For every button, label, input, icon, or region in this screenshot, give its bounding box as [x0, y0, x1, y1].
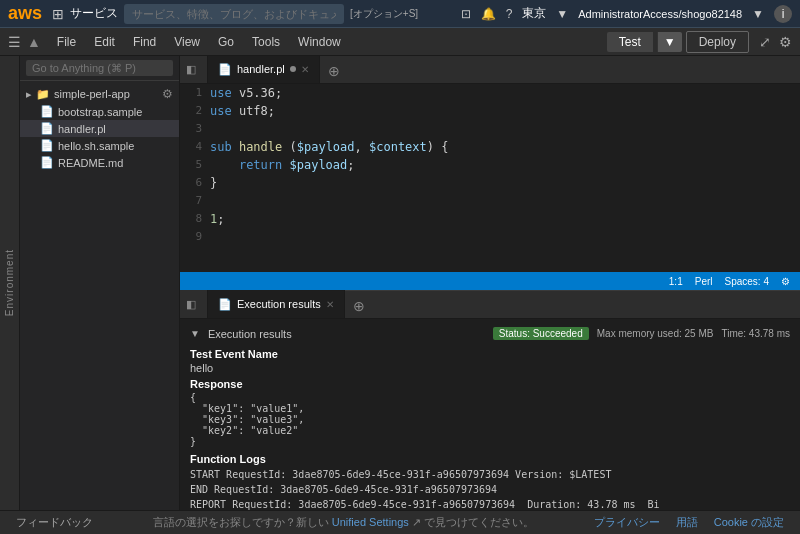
- user-arrow-icon: ▼: [752, 7, 764, 21]
- root-folder-label: simple-perl-app: [54, 88, 130, 100]
- exec-panel-icon: ◧: [180, 290, 208, 318]
- tree-root[interactable]: ▸ 📁 simple-perl-app ⚙: [20, 85, 179, 103]
- test-event-value: hello: [190, 362, 790, 374]
- test-dropdown-button[interactable]: ▼: [657, 32, 682, 52]
- file-icon-hello: 📄: [40, 139, 54, 152]
- code-line: 8 1;: [180, 210, 800, 228]
- hamburger-icon[interactable]: ☰: [8, 34, 21, 50]
- menu-window[interactable]: Window: [290, 33, 349, 51]
- feedback-label[interactable]: フィードバック: [16, 515, 93, 530]
- log-line: END RequestId: 3dae8705-6de9-45ce-931f-a…: [190, 482, 790, 497]
- response-content: { "key1": "value1", "key3": "value3", "k…: [190, 392, 790, 447]
- menu-find[interactable]: Find: [125, 33, 164, 51]
- file-bootstrap[interactable]: 📄 bootstrap.sample: [20, 103, 179, 120]
- spaces-label: Spaces: 4: [725, 276, 769, 287]
- region-selector[interactable]: 東京: [522, 5, 546, 22]
- info-icon[interactable]: i: [774, 5, 792, 23]
- tree-settings-icon[interactable]: ⚙: [162, 87, 173, 101]
- privacy-link[interactable]: プライバシー: [594, 515, 660, 530]
- code-line: 4 sub handle ($payload, $context) {: [180, 138, 800, 156]
- language-label: Perl: [695, 276, 713, 287]
- settings-text: 言語の選択をお探しですか？新しい: [153, 516, 329, 528]
- search-shortcut: [オプション+S]: [350, 7, 418, 21]
- settings-notice: 言語の選択をお探しですか？新しい Unified Settings ↗ で見つけ…: [153, 515, 534, 530]
- unified-settings-link[interactable]: Unified Settings: [332, 516, 409, 528]
- response-line: "key3": "value3",: [190, 414, 790, 425]
- region-arrow-icon: ▼: [556, 7, 568, 21]
- editor-tabs: ◧ 📄 handler.pl ✕ ⊕: [180, 56, 800, 84]
- log-line: START RequestId: 3dae8705-6de9-45ce-931f…: [190, 467, 790, 482]
- aws-logo: aws: [8, 3, 42, 24]
- exec-tab-add-button[interactable]: ⊕: [345, 294, 373, 318]
- folder-icon: 📁: [36, 88, 50, 101]
- tab-label: handler.pl: [237, 63, 285, 75]
- menu-tools[interactable]: Tools: [244, 33, 288, 51]
- menu-file[interactable]: File: [49, 33, 84, 51]
- tab-file-icon: 📄: [218, 63, 232, 76]
- grid-icon[interactable]: ⊞: [52, 6, 64, 22]
- link-external-icon: ↗: [412, 516, 421, 528]
- file-name-handler: handler.pl: [58, 123, 106, 135]
- exec-panel-tab-icon: ◧: [186, 298, 196, 311]
- menu-view[interactable]: View: [166, 33, 208, 51]
- tab-handler[interactable]: 📄 handler.pl ✕: [208, 56, 320, 83]
- aws-search-input[interactable]: [124, 4, 344, 24]
- deploy-button[interactable]: Deploy: [686, 31, 749, 53]
- tab-add-button[interactable]: ⊕: [320, 59, 348, 83]
- code-line: 9: [180, 228, 800, 246]
- cookie-link[interactable]: Cookie の設定: [714, 515, 784, 530]
- menu-bar: ☰ ▲ File Edit Find View Go Tools Window …: [0, 28, 800, 56]
- time-info: Time: 43.78 ms: [721, 328, 790, 339]
- arrow-up-icon[interactable]: ▲: [27, 34, 41, 50]
- environment-label: Environment: [4, 243, 15, 322]
- function-logs-label: Function Logs: [190, 453, 790, 465]
- settings-icon[interactable]: ⚙: [779, 34, 792, 50]
- tab-panel-icon: ◧: [186, 63, 196, 76]
- services-label[interactable]: サービス: [70, 5, 118, 22]
- response-line: {: [190, 392, 790, 403]
- menu-go[interactable]: Go: [210, 33, 242, 51]
- settings-suffix: で見つけてください。: [424, 516, 534, 528]
- ide-container: ☰ ▲ File Edit Find View Go Tools Window …: [0, 28, 800, 534]
- exec-tab-label: Execution results: [237, 298, 321, 310]
- file-hello[interactable]: 📄 hello.sh.sample: [20, 137, 179, 154]
- tab-close-icon[interactable]: ✕: [301, 64, 309, 75]
- file-name-readme: README.md: [58, 157, 123, 169]
- settings-gear-icon[interactable]: ⚙: [781, 276, 790, 287]
- test-button[interactable]: Test: [607, 32, 653, 52]
- fullscreen-icon[interactable]: ⤢: [759, 34, 771, 50]
- environment-tab[interactable]: Environment: [0, 56, 20, 510]
- terms-link[interactable]: 用語: [676, 515, 698, 530]
- search-box: [20, 56, 179, 81]
- exec-toggle[interactable]: ▼: [190, 328, 200, 339]
- bell-icon[interactable]: 🔔: [481, 7, 496, 21]
- exec-tab-close-icon[interactable]: ✕: [326, 299, 334, 310]
- file-handler[interactable]: 📄 handler.pl: [20, 120, 179, 137]
- tab-dot: [290, 66, 296, 72]
- clipboard-icon[interactable]: ⊡: [461, 7, 471, 21]
- help-icon[interactable]: ?: [506, 7, 513, 21]
- code-editor[interactable]: 1 use v5.36; 2 use utf8; 3 4 sub handle …: [180, 84, 800, 272]
- exec-content: ▼ Execution results Status: Succeeded Ma…: [180, 319, 800, 510]
- code-line: 3: [180, 120, 800, 138]
- file-readme[interactable]: 📄 README.md: [20, 154, 179, 171]
- file-icon-handler: 📄: [40, 122, 54, 135]
- goto-input[interactable]: [26, 60, 173, 76]
- file-icon-bootstrap: 📄: [40, 105, 54, 118]
- function-logs: START RequestId: 3dae8705-6de9-45ce-931f…: [190, 467, 790, 510]
- code-line: 1 use v5.36;: [180, 84, 800, 102]
- response-line: "key1": "value1",: [190, 403, 790, 414]
- file-name-bootstrap: bootstrap.sample: [58, 106, 142, 118]
- exec-results-tab[interactable]: 📄 Execution results ✕: [208, 290, 345, 318]
- topbar-right: ⊡ 🔔 ? 東京 ▼ AdministratorAccess/shogo8214…: [461, 5, 792, 23]
- response-line: "key2": "value2": [190, 425, 790, 436]
- user-label[interactable]: AdministratorAccess/shogo82148: [578, 8, 742, 20]
- menu-edit[interactable]: Edit: [86, 33, 123, 51]
- exec-tab-icon: 📄: [218, 298, 232, 311]
- file-icon-readme: 📄: [40, 156, 54, 169]
- file-explorer: ▸ 📁 simple-perl-app ⚙ 📄 bootstrap.sample…: [20, 56, 180, 510]
- folder-arrow-icon: ▸: [26, 88, 32, 101]
- file-tree: ▸ 📁 simple-perl-app ⚙ 📄 bootstrap.sample…: [20, 81, 179, 510]
- code-line: 2 use utf8;: [180, 102, 800, 120]
- exec-panel: ◧ 📄 Execution results ✕ ⊕ ▼ Execution re…: [180, 290, 800, 510]
